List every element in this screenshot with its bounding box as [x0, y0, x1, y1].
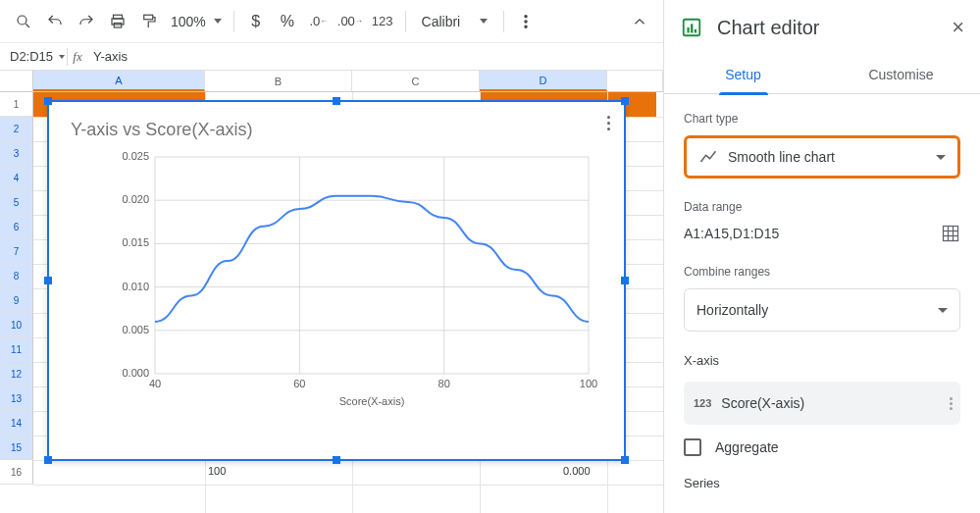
fx-icon: fx [68, 49, 87, 65]
decrease-decimal-icon[interactable]: .0← [305, 8, 333, 35]
formula-bar: D2:D15 fx Y-axis [0, 43, 663, 71]
cell-value: 0.000 [563, 465, 591, 477]
paint-format-icon[interactable] [135, 8, 163, 35]
row-header-16[interactable]: 16 [0, 460, 33, 485]
select-all-corner[interactable] [0, 71, 33, 92]
svg-text:40: 40 [149, 378, 161, 389]
zoom-dropdown[interactable]: 100% [167, 14, 226, 29]
svg-rect-35 [944, 227, 958, 241]
svg-rect-4 [114, 23, 122, 27]
svg-rect-34 [695, 29, 696, 33]
combine-ranges-label: Combine ranges [684, 265, 960, 279]
redo-icon[interactable] [73, 8, 100, 35]
more-formats-button[interactable]: 123 [368, 8, 397, 35]
svg-text:0.010: 0.010 [122, 281, 149, 292]
spreadsheet-grid[interactable]: A B C D 12345678910111213141516 100 0.00… [0, 71, 663, 513]
svg-rect-32 [687, 27, 689, 33]
svg-text:60: 60 [293, 378, 305, 389]
row-header-11[interactable]: 11 [0, 337, 33, 362]
row-header-12[interactable]: 12 [0, 362, 33, 386]
svg-point-7 [525, 20, 527, 22]
line-chart-icon [698, 147, 718, 167]
print-icon[interactable] [104, 8, 131, 35]
svg-text:0.025: 0.025 [122, 151, 149, 162]
chart-type-dropdown[interactable]: Smooth line chart [684, 135, 960, 179]
aggregate-label: Aggregate [715, 439, 779, 455]
row-header-13[interactable]: 13 [0, 386, 33, 411]
svg-text:0.020: 0.020 [122, 193, 149, 205]
row-header-3[interactable]: 3 [0, 141, 33, 166]
embedded-chart[interactable]: Y-axis vs Score(X-axis) 0.0000.0050.0100… [47, 100, 626, 461]
data-range-label: Data range [684, 200, 960, 214]
svg-text:100: 100 [580, 378, 597, 389]
tab-setup[interactable]: Setup [664, 55, 822, 93]
row-header-1[interactable]: 1 [0, 92, 33, 117]
svg-point-6 [525, 15, 527, 17]
more-toolbar-icon[interactable] [512, 8, 540, 35]
svg-rect-5 [144, 15, 153, 20]
tab-customise[interactable]: Customise [822, 55, 980, 93]
toolbar: 100% $ % .0← .00→ 123 Calibri [0, 0, 663, 43]
col-header-b[interactable]: B [205, 71, 352, 91]
close-icon[interactable]: × [952, 15, 964, 40]
font-name: Calibri [422, 14, 461, 29]
xaxis-value: Score(X-axis) [721, 395, 804, 411]
chart-editor-icon [680, 16, 703, 39]
panel-title: Chart editor [717, 17, 938, 39]
svg-point-0 [18, 16, 26, 25]
collapse-toolbar-icon[interactable] [626, 8, 653, 35]
aggregate-checkbox[interactable] [684, 438, 701, 456]
col-header-c[interactable]: C [352, 71, 480, 91]
xaxis-menu-icon[interactable] [950, 397, 953, 410]
svg-text:0.015: 0.015 [122, 236, 149, 248]
col-header-d[interactable]: D [480, 71, 607, 91]
row-header-7[interactable]: 7 [0, 239, 33, 264]
svg-text:80: 80 [438, 378, 450, 389]
combine-ranges-value: Horizontally [696, 302, 768, 318]
chart-title: Y-axis vs Score(X-axis) [71, 120, 252, 140]
cell-value: 100 [208, 465, 226, 477]
number-type-icon: 123 [694, 397, 711, 409]
svg-point-8 [525, 26, 527, 27]
row-header-6[interactable]: 6 [0, 215, 33, 239]
zoom-value: 100% [171, 14, 206, 29]
row-header-8[interactable]: 8 [0, 264, 33, 288]
row-header-14[interactable]: 14 [0, 411, 33, 436]
row-header-4[interactable]: 4 [0, 166, 33, 190]
col-header-a[interactable]: A [33, 71, 205, 91]
col-header-e[interactable] [607, 71, 663, 91]
row-header-15[interactable]: 15 [0, 436, 33, 460]
series-section-label: Series [684, 476, 960, 490]
svg-text:Score(X-axis): Score(X-axis) [339, 395, 405, 407]
row-header-5[interactable]: 5 [0, 190, 33, 215]
chart-editor-panel: Chart editor × Setup Customise Chart typ… [664, 0, 980, 513]
chart-type-value: Smooth line chart [728, 149, 835, 165]
svg-rect-33 [691, 24, 693, 32]
data-range-value[interactable]: A1:A15,D1:D15 [684, 226, 779, 241]
search-icon[interactable] [10, 8, 37, 35]
increase-decimal-icon[interactable]: .00→ [336, 8, 364, 35]
percent-icon[interactable]: % [274, 8, 301, 35]
row-header-10[interactable]: 10 [0, 313, 33, 337]
row-header-9[interactable]: 9 [0, 288, 33, 313]
xaxis-section-label: X-axis [684, 353, 960, 368]
xaxis-field[interactable]: 123 Score(X-axis) [684, 382, 960, 425]
undo-icon[interactable] [41, 8, 69, 35]
name-box[interactable]: D2:D15 [0, 49, 67, 64]
chart-type-label: Chart type [684, 112, 960, 126]
svg-text:0.000: 0.000 [122, 367, 149, 379]
select-range-icon[interactable] [941, 224, 960, 243]
font-dropdown[interactable]: Calibri [414, 14, 496, 29]
chart-plot-area: 0.0000.0050.0100.0150.0200.025406080100S… [118, 151, 598, 411]
chart-menu-icon[interactable] [603, 112, 614, 134]
svg-line-1 [26, 24, 29, 27]
combine-ranges-dropdown[interactable]: Horizontally [684, 288, 960, 332]
formula-input[interactable]: Y-axis [87, 49, 128, 64]
row-header-2[interactable]: 2 [0, 117, 33, 141]
currency-icon[interactable]: $ [242, 8, 270, 35]
svg-text:0.005: 0.005 [122, 324, 149, 335]
